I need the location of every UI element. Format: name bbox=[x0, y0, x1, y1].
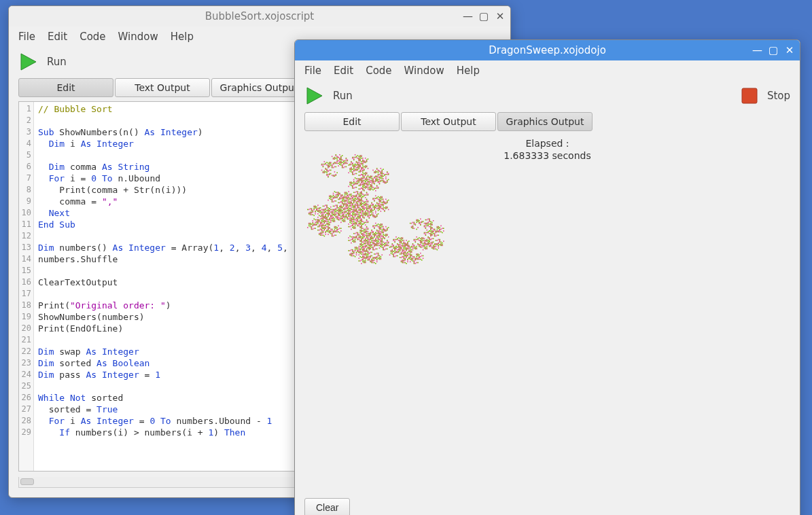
svg-rect-2159 bbox=[356, 191, 357, 192]
svg-rect-355 bbox=[423, 258, 424, 259]
menu-edit[interactable]: Edit bbox=[334, 65, 353, 77]
menu-edit[interactable]: Edit bbox=[48, 31, 67, 43]
svg-rect-2687 bbox=[323, 164, 324, 165]
svg-rect-859 bbox=[351, 243, 352, 244]
tab-graphics-output[interactable]: Graphics Output bbox=[211, 78, 306, 97]
svg-rect-625 bbox=[372, 249, 374, 250]
svg-rect-1589 bbox=[326, 207, 328, 209]
svg-rect-1183 bbox=[361, 211, 362, 213]
maximize-icon[interactable]: ▢ bbox=[479, 10, 489, 22]
clear-button[interactable]: Clear bbox=[304, 498, 350, 515]
tab-text-output[interactable]: Text Output bbox=[401, 112, 496, 131]
svg-rect-607 bbox=[379, 243, 381, 244]
tab-text-output[interactable]: Text Output bbox=[115, 78, 210, 97]
svg-rect-761 bbox=[359, 252, 361, 253]
menu-window[interactable]: Window bbox=[118, 31, 158, 43]
svg-rect-885 bbox=[357, 234, 359, 236]
menu-help[interactable]: Help bbox=[171, 31, 194, 43]
svg-rect-803 bbox=[358, 251, 359, 252]
titlebar[interactable]: BubbleSort.xojoscript — ▢ ✕ bbox=[9, 6, 510, 26]
menu-code[interactable]: Code bbox=[80, 31, 105, 43]
svg-rect-28 bbox=[419, 220, 420, 221]
play-icon[interactable] bbox=[304, 86, 325, 106]
close-icon[interactable]: ✕ bbox=[785, 44, 794, 56]
svg-rect-1201 bbox=[357, 213, 359, 214]
close-icon[interactable]: ✕ bbox=[495, 10, 505, 22]
svg-rect-757 bbox=[362, 253, 364, 255]
menu-file[interactable]: File bbox=[304, 65, 321, 77]
menu-window[interactable]: Window bbox=[404, 65, 444, 77]
menu-code[interactable]: Code bbox=[366, 65, 391, 77]
svg-rect-103 bbox=[438, 230, 439, 232]
svg-rect-348 bbox=[419, 254, 420, 255]
svg-rect-117 bbox=[434, 233, 436, 234]
svg-rect-1597 bbox=[324, 209, 325, 211]
svg-rect-2301 bbox=[375, 190, 376, 192]
svg-rect-227 bbox=[420, 244, 421, 245]
stop-button-label[interactable]: Stop bbox=[767, 90, 790, 102]
svg-rect-1890 bbox=[351, 209, 352, 211]
svg-rect-732 bbox=[362, 261, 364, 262]
svg-rect-1422 bbox=[317, 230, 319, 231]
svg-rect-2018 bbox=[381, 202, 383, 204]
svg-rect-101 bbox=[439, 231, 440, 232]
svg-rect-1084 bbox=[362, 230, 364, 232]
svg-rect-516 bbox=[395, 239, 397, 241]
run-button-label[interactable]: Run bbox=[333, 90, 353, 102]
tab-graphics-output[interactable]: Graphics Output bbox=[497, 112, 593, 131]
svg-rect-781 bbox=[349, 250, 351, 251]
svg-rect-517 bbox=[398, 240, 400, 241]
svg-rect-1571 bbox=[317, 210, 319, 211]
svg-rect-2354 bbox=[381, 178, 383, 179]
svg-rect-460 bbox=[398, 251, 400, 252]
minimize-icon[interactable]: — bbox=[752, 44, 762, 56]
svg-rect-1905 bbox=[357, 206, 359, 207]
svg-rect-405 bbox=[408, 257, 410, 258]
svg-rect-1922 bbox=[366, 206, 368, 207]
maximize-icon[interactable]: ▢ bbox=[769, 44, 778, 56]
svg-rect-1722 bbox=[330, 195, 332, 196]
svg-rect-2537 bbox=[365, 161, 366, 162]
titlebar[interactable]: DragonSweep.xojodojo — ▢ ✕ bbox=[295, 40, 800, 60]
svg-rect-461 bbox=[401, 252, 402, 253]
svg-rect-1612 bbox=[326, 217, 328, 218]
svg-rect-2317 bbox=[370, 181, 371, 183]
svg-rect-1378 bbox=[338, 231, 339, 232]
svg-rect-2146 bbox=[351, 195, 352, 196]
menu-file[interactable]: File bbox=[18, 31, 35, 43]
play-icon[interactable] bbox=[18, 52, 39, 72]
svg-rect-382 bbox=[407, 259, 408, 260]
svg-rect-1726 bbox=[333, 195, 334, 196]
tab-edit[interactable]: Edit bbox=[18, 78, 113, 97]
svg-rect-2701 bbox=[329, 170, 330, 171]
svg-rect-1009 bbox=[383, 228, 384, 229]
svg-rect-749 bbox=[365, 253, 366, 255]
stop-icon[interactable] bbox=[740, 86, 759, 105]
svg-rect-2389 bbox=[372, 170, 374, 171]
menu-help[interactable]: Help bbox=[457, 65, 480, 77]
svg-rect-2175 bbox=[366, 194, 368, 196]
svg-rect-2719 bbox=[328, 174, 329, 175]
svg-rect-371 bbox=[410, 261, 411, 262]
svg-rect-233 bbox=[426, 243, 427, 245]
svg-rect-403 bbox=[404, 258, 406, 259]
svg-rect-2542 bbox=[366, 160, 368, 161]
svg-rect-1497 bbox=[324, 221, 325, 222]
svg-rect-2286 bbox=[364, 185, 365, 186]
minimize-icon[interactable]: — bbox=[463, 10, 472, 22]
svg-rect-542 bbox=[389, 247, 391, 248]
svg-rect-2475 bbox=[353, 171, 355, 172]
svg-rect-2670 bbox=[336, 166, 337, 168]
svg-rect-1649 bbox=[336, 206, 338, 207]
svg-rect-879 bbox=[356, 232, 357, 234]
tab-edit[interactable]: Edit bbox=[304, 112, 400, 131]
svg-rect-2349 bbox=[385, 178, 387, 179]
svg-rect-1469 bbox=[313, 224, 315, 226]
scrollbar-thumb[interactable] bbox=[20, 478, 34, 485]
svg-rect-189 bbox=[437, 243, 438, 245]
svg-rect-2334 bbox=[381, 180, 383, 181]
svg-rect-1605 bbox=[326, 213, 328, 214]
svg-rect-1699 bbox=[340, 196, 342, 198]
run-button-label[interactable]: Run bbox=[47, 56, 67, 68]
svg-rect-2577 bbox=[357, 163, 359, 164]
